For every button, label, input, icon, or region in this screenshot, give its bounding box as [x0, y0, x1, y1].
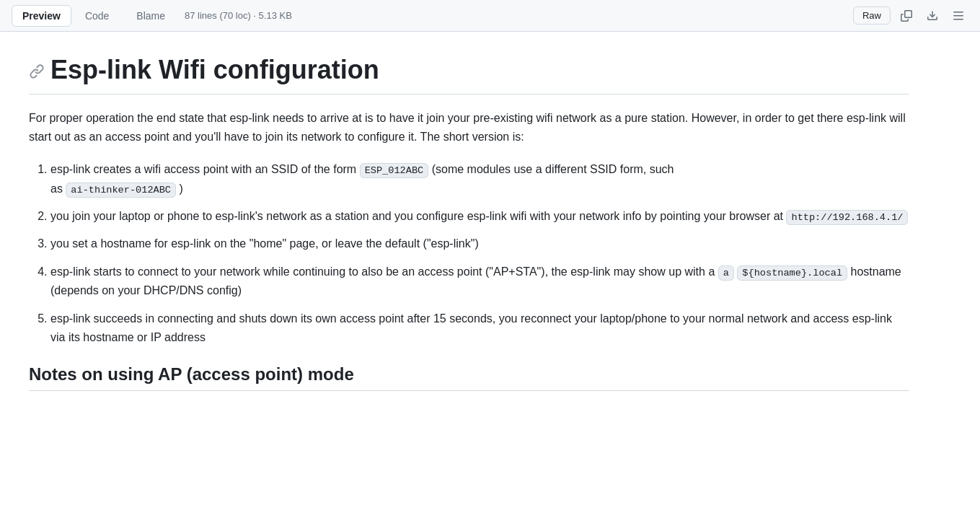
heading-anchor[interactable]	[29, 58, 45, 82]
step3-text: you set a hostname for esp-link on the "…	[50, 237, 479, 250]
step4-code2: ${hostname}.local	[737, 265, 847, 281]
toolbar-actions: Raw	[853, 6, 968, 25]
file-info: 87 lines (70 loc) · 5.13 KB	[185, 10, 292, 21]
list-item: esp-link starts to connect to your netwo…	[50, 263, 909, 301]
intro-paragraph: For proper operation the end state that …	[29, 109, 909, 146]
step1-code2: ai-thinker-012ABC	[66, 183, 176, 198]
list-item: esp-link succeeds in connecting and shut…	[50, 309, 909, 348]
link-icon	[29, 63, 45, 79]
section2-heading: Notes on using AP (access point) mode	[29, 364, 909, 391]
step1-text-before: esp-link creates a wifi access point wit…	[50, 163, 360, 175]
heading-text: Esp-link Wifi configuration	[50, 55, 379, 85]
copy-icon	[901, 10, 912, 22]
toolbar: Preview Code Blame 87 lines (70 loc) · 5…	[0, 0, 980, 32]
step2-code: http://192.168.4.1/	[786, 210, 908, 225]
content-area: Esp-link Wifi configuration For proper o…	[0, 32, 937, 417]
list-item: you set a hostname for esp-link on the "…	[50, 234, 909, 253]
download-icon	[927, 10, 938, 22]
step4-text-before: esp-link starts to connect to your netwo…	[50, 265, 718, 278]
steps-list: esp-link creates a wifi access point wit…	[29, 160, 909, 347]
step4-code1: a	[718, 265, 734, 281]
step2-text: you join your laptop or phone to esp-lin…	[50, 210, 786, 222]
tab-code[interactable]: Code	[74, 5, 120, 27]
toolbar-tabs: Preview Code Blame 87 lines (70 loc) · 5…	[12, 5, 292, 27]
tab-preview[interactable]: Preview	[12, 5, 71, 27]
download-button[interactable]	[922, 7, 943, 25]
list-item: esp-link creates a wifi access point wit…	[50, 160, 909, 198]
copy-button[interactable]	[896, 7, 917, 25]
step1-text-after: )	[176, 183, 183, 195]
tab-blame[interactable]: Blame	[125, 5, 176, 27]
step1-code1: ESP_012ABC	[360, 163, 429, 178]
menu-button[interactable]	[948, 7, 968, 25]
step5-text: esp-link succeeds in connecting and shut…	[50, 312, 892, 343]
tab-separator-2	[121, 10, 124, 22]
raw-button[interactable]: Raw	[853, 6, 891, 25]
page-heading: Esp-link Wifi configuration	[29, 55, 909, 95]
list-item: you join your laptop or phone to esp-lin…	[50, 207, 909, 226]
menu-icon	[953, 10, 964, 22]
